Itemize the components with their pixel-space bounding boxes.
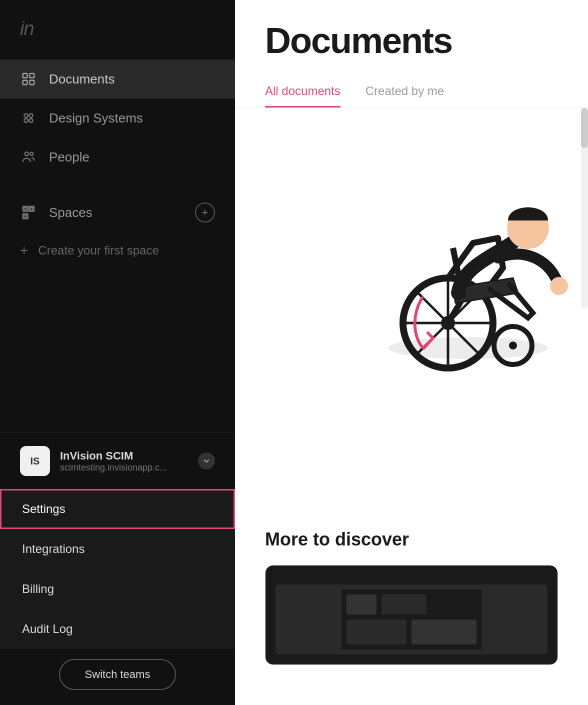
nav-section: Documents Design Systems [0, 54, 235, 432]
svg-rect-3 [30, 80, 34, 85]
svg-rect-31 [412, 620, 476, 644]
settings-item-integrations[interactable]: Integrations [0, 529, 235, 569]
svg-point-13 [30, 152, 33, 156]
documents-icon [20, 70, 37, 88]
logo-area: in [0, 0, 235, 54]
chevron-down-icon[interactable] [198, 452, 215, 470]
spaces-header[interactable]: Spaces + [0, 192, 235, 234]
sidebar-bottom: IS InVision SCIM scimtesting.invisionapp… [0, 432, 235, 705]
svg-point-26 [550, 277, 568, 295]
svg-point-6 [24, 118, 28, 122]
page-title: Documents [265, 20, 558, 61]
sidebar-item-documents[interactable]: Documents [0, 60, 235, 98]
team-url: scimtesting.invisionapp.c... [60, 462, 188, 473]
design-systems-label: Design Systems [49, 110, 143, 126]
spaces-header-left: Spaces [20, 204, 92, 221]
svg-rect-30 [346, 620, 406, 644]
illustration-area [323, 128, 588, 388]
discover-title: More to discover [265, 529, 558, 550]
sidebar-item-design-systems[interactable]: Design Systems [0, 98, 235, 138]
svg-point-24 [509, 342, 517, 350]
main-header: Documents All documents Created by me [235, 0, 588, 108]
tab-created-by-me[interactable]: Created by me [366, 76, 444, 108]
settings-item-settings[interactable]: Settings [0, 489, 235, 529]
spaces-label: Spaces [49, 205, 92, 220]
svg-rect-1 [30, 74, 34, 78]
app-logo: in [20, 18, 34, 39]
tab-all-documents[interactable]: All documents [265, 76, 340, 108]
team-avatar: IS [20, 446, 50, 476]
svg-point-7 [29, 118, 33, 122]
settings-menu: Settings Integrations Billing Audit Log [0, 489, 235, 649]
svg-rect-0 [23, 74, 28, 78]
discover-card[interactable] [265, 565, 558, 665]
settings-item-audit-log[interactable]: Audit Log [0, 609, 235, 649]
team-info[interactable]: IS InVision SCIM scimtesting.invisionapp… [0, 433, 235, 489]
svg-point-5 [29, 114, 33, 118]
design-systems-icon [20, 110, 37, 126]
create-space-icon: + [20, 242, 28, 258]
tabs: All documents Created by me [265, 76, 558, 108]
settings-item-billing[interactable]: Billing [0, 569, 235, 609]
people-label: People [49, 150, 90, 165]
create-space-label: Create your first space [38, 244, 158, 258]
team-name: InVision SCIM [60, 450, 188, 462]
discover-section: More to discover [265, 529, 558, 665]
switch-teams-button[interactable]: Switch teams [59, 659, 176, 690]
people-icon [20, 148, 37, 166]
svg-point-4 [24, 114, 28, 118]
team-details: InVision SCIM scimtesting.invisionapp.c.… [60, 450, 188, 473]
svg-rect-29 [382, 594, 426, 614]
svg-rect-2 [23, 80, 28, 85]
spaces-section: Spaces + + Create your first space [0, 192, 235, 272]
main-body: More to discover [235, 108, 588, 705]
create-space-item[interactable]: + Create your first space [0, 234, 235, 268]
spaces-icon [20, 204, 37, 221]
svg-rect-28 [346, 594, 376, 614]
empty-state-illustration [343, 138, 588, 388]
sidebar: in Documents [0, 0, 235, 705]
sidebar-item-people[interactable]: People [0, 138, 235, 176]
main-content: Documents All documents Created by me [235, 0, 588, 705]
svg-point-12 [25, 152, 29, 156]
add-space-button[interactable]: + [195, 202, 215, 222]
documents-label: Documents [49, 72, 115, 87]
discover-card-preview [276, 584, 548, 654]
